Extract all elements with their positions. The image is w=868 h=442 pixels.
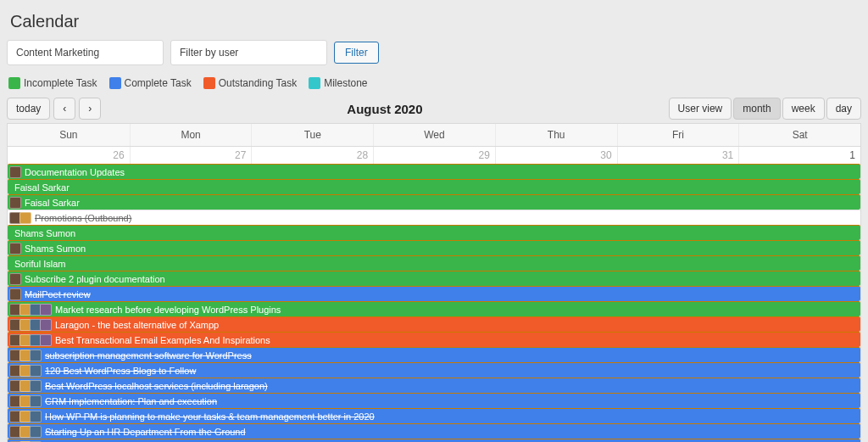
- event-label: subscription management software for Wor…: [42, 350, 252, 361]
- date-cell[interactable]: 31: [617, 147, 739, 164]
- event-bar[interactable]: Soriful Islam: [8, 255, 860, 271]
- project-select[interactable]: Content Marketing: [7, 40, 164, 65]
- event-label: Market research before developing WordPr…: [52, 305, 281, 315]
- event-bar[interactable]: How WP PM is planning to make your tasks…: [8, 408, 860, 423]
- weekday-header: Mon: [130, 124, 252, 146]
- filters-row: Content Marketing Filter by user Filter: [7, 40, 861, 65]
- event-bar[interactable]: Shams Sumon: [8, 225, 860, 240]
- date-cell[interactable]: 30: [495, 147, 617, 164]
- event-bar[interactable]: Best WordPress localhost services (inclu…: [8, 378, 860, 393]
- event-label: Documentation Updates: [21, 167, 125, 177]
- avatar: [30, 350, 42, 361]
- event-bar[interactable]: Shams Sumon: [8, 240, 860, 255]
- event-label: Faisal Sarkar: [21, 198, 80, 208]
- avatar-stack: [9, 273, 19, 285]
- avatar: [9, 166, 21, 178]
- event-bar[interactable]: MailPoet review: [8, 286, 860, 301]
- legend-swatch-outstanding: [203, 77, 215, 89]
- period-label: August 2020: [101, 102, 668, 116]
- event-bar[interactable]: CRM Implementation: Plan and execution: [8, 393, 860, 408]
- avatar: [9, 273, 21, 285]
- event-label: How WP PM is planning to make your tasks…: [42, 411, 375, 422]
- weekday-header: Sun: [8, 124, 130, 146]
- date-cell[interactable]: 27: [130, 147, 252, 164]
- event-label: Soriful Islam: [11, 259, 66, 269]
- legend: Incomplete Task Complete Task Outstandin…: [8, 77, 861, 89]
- event-label: CRM Implementation: Plan and execution: [42, 396, 217, 406]
- legend-label-outstanding: Outstanding Task: [219, 77, 298, 89]
- legend-label-milestone: Milestone: [324, 77, 367, 89]
- avatar: [9, 197, 21, 209]
- event-bar[interactable]: Promotions (Outbound): [8, 210, 860, 225]
- avatar: [30, 411, 42, 422]
- avatar: [40, 319, 52, 331]
- calendar-toolbar: today ‹ › August 2020 User view month we…: [7, 98, 861, 120]
- weekday-header: Sat: [738, 124, 860, 146]
- legend-label-complete: Complete Task: [125, 77, 192, 89]
- avatar-stack: [9, 212, 30, 224]
- legend-swatch-milestone: [309, 77, 320, 89]
- legend-swatch-incomplete: [8, 77, 20, 89]
- day-view-button[interactable]: day: [826, 98, 861, 120]
- event-bar[interactable]: Starting Up an HR Department From the Gr…: [8, 423, 860, 439]
- event-label: Shams Sumon: [21, 243, 86, 254]
- avatar: [9, 243, 21, 255]
- avatar-stack: [9, 411, 40, 422]
- event-bar[interactable]: Laragon - the best alternative of Xampp: [8, 316, 860, 332]
- event-bar[interactable]: Faisal Sarkar: [8, 179, 860, 194]
- avatar-stack: [9, 166, 19, 178]
- event-label: Shams Sumon: [11, 228, 75, 238]
- user-view-button[interactable]: User view: [669, 98, 732, 120]
- avatar-stack: [9, 319, 50, 331]
- avatar-stack: [9, 365, 40, 377]
- legend-label-incomplete: Incomplete Task: [24, 77, 97, 89]
- avatar-stack: [9, 197, 19, 209]
- weekday-header: Fri: [617, 124, 739, 146]
- event-bar[interactable]: Documentation Updates: [8, 164, 860, 179]
- weekday-header: Tue: [251, 124, 373, 146]
- today-button[interactable]: today: [7, 98, 50, 120]
- avatar-stack: [9, 288, 19, 300]
- weekday-header: Wed: [373, 124, 495, 146]
- date-cell[interactable]: 29: [373, 147, 495, 164]
- user-select[interactable]: Filter by user: [170, 40, 327, 65]
- weekday-header: Thu: [495, 124, 617, 146]
- date-cell[interactable]: 1: [738, 147, 860, 164]
- avatar: [30, 365, 42, 377]
- event-bar[interactable]: Best Transactional Email Examples And In…: [8, 332, 860, 347]
- event-label: Best Transactional Email Examples And In…: [52, 335, 270, 345]
- event-bar[interactable]: Market research before developing WordPr…: [8, 301, 860, 316]
- next-button[interactable]: ›: [79, 98, 101, 120]
- event-label: Best WordPress localhost services (inclu…: [42, 381, 268, 391]
- event-bar[interactable]: Subscribe 2 plugin documentation: [8, 271, 860, 286]
- avatar: [30, 380, 42, 392]
- avatar: [40, 304, 52, 316]
- month-view-button[interactable]: month: [733, 98, 780, 120]
- event-label: Promotions (Outbound): [31, 213, 131, 223]
- event-label: Starting Up an HR Department From the Gr…: [42, 427, 246, 437]
- avatar-stack: [9, 304, 50, 316]
- filter-button[interactable]: Filter: [334, 42, 379, 64]
- event-bar[interactable]: Faisal Sarkar: [8, 194, 860, 210]
- legend-swatch-complete: [109, 77, 121, 89]
- event-bar[interactable]: 120 Best WordPress Blogs to Follow: [8, 362, 860, 378]
- avatar-stack: [9, 395, 40, 407]
- event-label: MailPoet review: [21, 289, 91, 299]
- calendar-grid: SunMonTueWedThuFriSat 2627282930311 Docu…: [7, 123, 861, 442]
- avatar-stack: [9, 350, 40, 361]
- event-label: Subscribe 2 plugin documentation: [21, 274, 165, 284]
- page-title: Calendar: [10, 12, 861, 31]
- avatar: [30, 426, 42, 438]
- event-label: Laragon - the best alternative of Xampp: [52, 320, 219, 330]
- avatar-stack: [9, 334, 50, 346]
- event-bar[interactable]: WordPress.org SEO to Rank your Plugin Hi…: [8, 439, 860, 442]
- avatar: [30, 395, 42, 407]
- date-cell[interactable]: 28: [251, 147, 373, 164]
- event-label: 120 Best WordPress Blogs to Follow: [42, 366, 196, 376]
- avatar-stack: [9, 243, 19, 255]
- avatar-stack: [9, 380, 40, 392]
- event-bar[interactable]: subscription management software for Wor…: [8, 347, 860, 362]
- date-cell[interactable]: 26: [8, 147, 130, 164]
- prev-button[interactable]: ‹: [53, 98, 75, 120]
- week-view-button[interactable]: week: [782, 98, 825, 120]
